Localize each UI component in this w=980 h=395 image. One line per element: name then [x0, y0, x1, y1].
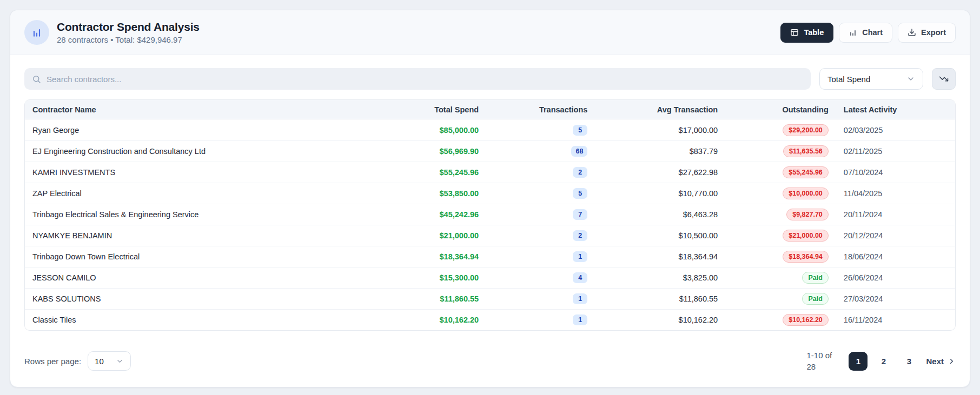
outstanding-badge: $21,000.00: [783, 230, 829, 242]
download-icon: [908, 28, 916, 37]
avg-transaction-value: $17,000.00: [679, 126, 718, 135]
chart-icon: [849, 28, 857, 37]
avg-transaction-value: $3,825.00: [683, 273, 718, 282]
table-row[interactable]: JESSON CAMILO$15,300.004$3,825.00Paid26/…: [25, 267, 955, 288]
table-row[interactable]: EJ Engineering Construction and Consulta…: [25, 140, 955, 162]
latest-activity-date: 20/11/2024: [844, 210, 883, 219]
outstanding-cell: $9,827.70: [725, 209, 836, 220]
contractor-name: Trinbago Down Town Electrical: [32, 252, 140, 261]
rows-per-page-select[interactable]: 10: [88, 351, 131, 371]
latest-activity-date: 02/03/2025: [844, 126, 883, 135]
latest-activity-date: 27/03/2024: [844, 294, 883, 303]
table-row[interactable]: Trinbago Down Town Electrical$18,364.941…: [25, 246, 955, 267]
chevron-down-icon: [906, 75, 915, 83]
latest-activity-cell: 18/06/2024: [836, 252, 955, 261]
total-spend-cell: $85,000.00: [423, 125, 486, 135]
transactions-cell: 1: [486, 293, 595, 304]
contractor-name-cell: EJ Engineering Construction and Consulta…: [25, 147, 423, 156]
table-row[interactable]: KABS SOLUTIONS$11,860.551$11,860.55Paid2…: [25, 288, 955, 309]
rows-per-page-value: 10: [95, 357, 104, 366]
contractor-name-cell: Trinbago Down Town Electrical: [25, 252, 423, 261]
contractors-table: Contractor NameTotal SpendTransactionsAv…: [24, 99, 956, 331]
column-header-latest-activity: Latest Activity: [836, 105, 955, 114]
outstanding-badge: $9,827.70: [786, 209, 829, 220]
page-button-3[interactable]: 3: [899, 352, 918, 371]
avg-transaction-cell: $10,770.00: [595, 189, 725, 198]
column-header-contractor-name: Contractor Name: [25, 105, 423, 114]
outstanding-cell: $21,000.00: [725, 230, 836, 242]
search-input[interactable]: [47, 75, 803, 84]
table-row[interactable]: Ryan George$85,000.005$17,000.00$29,200.…: [25, 119, 955, 140]
contractor-name: ZAP Electrical: [32, 189, 82, 198]
rows-per-page-label: Rows per page:: [24, 357, 81, 366]
contractor-name: Classic Tiles: [32, 316, 76, 324]
outstanding-cell: $55,245.96: [725, 166, 836, 178]
contractor-name-cell: KAMRI INVESTMENTS: [25, 168, 423, 177]
table-row[interactable]: NYAMKYE BENJAMIN$21,000.002$10,500.00$21…: [25, 225, 955, 246]
search-box[interactable]: [24, 68, 811, 90]
bar-chart-logo-icon: [24, 20, 49, 45]
avg-transaction-value: $11,860.55: [679, 294, 718, 303]
page-title: Contractor Spend Analysis: [57, 21, 200, 34]
total-spend-value: $18,364.94: [440, 252, 479, 261]
avg-transaction-value: $10,162.20: [679, 316, 718, 324]
table-row[interactable]: Trinbago Electrical Sales & Engineering …: [25, 204, 955, 225]
outstanding-cell: $10,000.00: [725, 188, 836, 199]
contractor-name-cell: Trinbago Electrical Sales & Engineering …: [25, 210, 423, 219]
sort-by-value: Total Spend: [827, 75, 870, 84]
outstanding-cell: Paid: [725, 272, 836, 284]
contractor-spend-card: Contractor Spend Analysis 28 contractors…: [10, 10, 970, 387]
avg-transaction-cell: $11,860.55: [595, 294, 725, 303]
outstanding-cell: $18,364.94: [725, 251, 836, 263]
contractor-name: NYAMKYE BENJAMIN: [32, 231, 112, 240]
header-title-group: Contractor Spend Analysis 28 contractors…: [24, 20, 200, 45]
page-subtitle: 28 contractors • Total: $429,946.97: [57, 35, 200, 44]
table-view-button[interactable]: Table: [780, 23, 833, 43]
transactions-cell: 7: [486, 209, 595, 220]
total-spend-value: $10,162.20: [440, 316, 479, 324]
outstanding-cell: Paid: [725, 293, 836, 305]
outstanding-cell: $10,162.20: [725, 314, 836, 326]
latest-activity-date: 26/06/2024: [844, 273, 883, 282]
table-row[interactable]: Classic Tiles$10,162.201$10,162.20$10,16…: [25, 309, 955, 330]
transactions-badge: 2: [573, 167, 587, 178]
page-button-1[interactable]: 1: [849, 352, 868, 371]
total-spend-value: $55,245.96: [440, 168, 479, 177]
avg-transaction-value: $18,364.94: [679, 252, 718, 261]
outstanding-badge: $18,364.94: [783, 251, 829, 263]
transactions-badge: 5: [573, 188, 587, 199]
table-row[interactable]: ZAP Electrical$53,850.005$10,770.00$10,0…: [25, 183, 955, 204]
outstanding-badge: Paid: [802, 293, 828, 305]
outstanding-cell: $29,200.00: [725, 124, 836, 136]
table-row[interactable]: KAMRI INVESTMENTS$55,245.962$27,622.98$5…: [25, 162, 955, 183]
contractor-name: Trinbago Electrical Sales & Engineering …: [32, 210, 198, 219]
total-spend-value: $45,242.96: [440, 210, 479, 219]
transactions-badge: 4: [573, 272, 587, 283]
card-header: Contractor Spend Analysis 28 contractors…: [10, 10, 970, 55]
chart-view-button[interactable]: Chart: [839, 23, 892, 43]
export-button[interactable]: Export: [898, 23, 956, 43]
transactions-cell: 5: [486, 125, 595, 136]
trending-down-icon: [939, 74, 949, 84]
total-spend-cell: $10,162.20: [423, 315, 486, 325]
sort-direction-button[interactable]: [932, 68, 956, 90]
transactions-cell: 68: [486, 146, 595, 157]
contractor-name-cell: Classic Tiles: [25, 316, 423, 324]
chevron-down-icon: [116, 357, 124, 365]
outstanding-cell: $11,635.56: [725, 145, 836, 157]
contractor-name: EJ Engineering Construction and Consulta…: [32, 147, 206, 156]
avg-transaction-cell: $27,622.98: [595, 168, 725, 177]
column-header-outstanding: Outstanding: [725, 105, 836, 114]
sort-by-select[interactable]: Total Spend: [819, 68, 923, 90]
toolbar: Total Spend: [10, 55, 970, 99]
total-spend-cell: $15,300.00: [423, 273, 486, 283]
transactions-cell: 2: [486, 167, 595, 178]
page-button-2[interactable]: 2: [874, 352, 893, 371]
outstanding-badge: $29,200.00: [783, 124, 829, 136]
table-view-label: Table: [804, 28, 824, 37]
export-label: Export: [921, 28, 946, 37]
contractor-name-cell: JESSON CAMILO: [25, 273, 423, 282]
latest-activity-cell: 20/11/2024: [836, 210, 955, 219]
next-page-button[interactable]: Next: [926, 357, 956, 366]
contractor-name: KAMRI INVESTMENTS: [32, 168, 115, 177]
